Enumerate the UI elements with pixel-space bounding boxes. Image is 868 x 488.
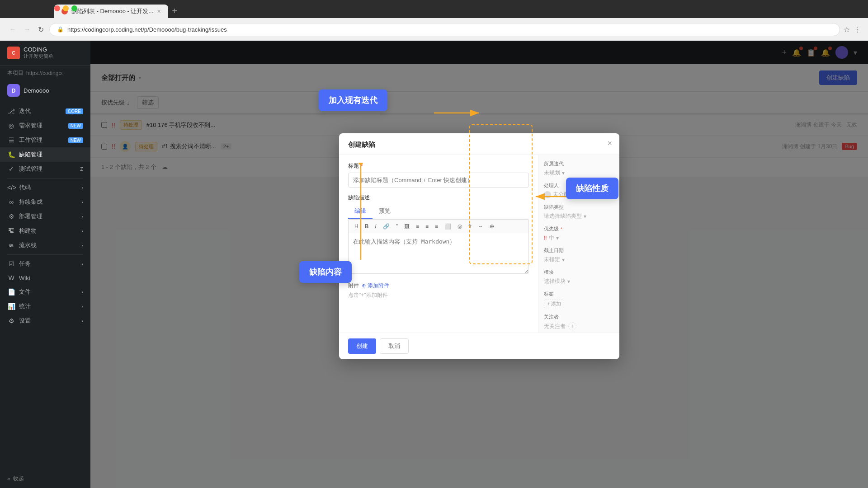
sidebar-item-work[interactable]: ☰ 工作管理 NEW bbox=[0, 133, 90, 147]
iteration-badge: CORE bbox=[66, 108, 83, 114]
desc-form-group: 缺陷描述 编辑 预览 H B I 🔗 bbox=[348, 194, 529, 276]
tool-ul[interactable]: ≡ bbox=[414, 222, 421, 230]
right-followers: 关注者 无关注者 + bbox=[544, 314, 614, 330]
refresh-button[interactable]: ↻ bbox=[36, 23, 46, 36]
tasks-arrow: › bbox=[81, 261, 83, 267]
modal-left-panel: 标题 * 缺陷描述 编辑 预览 bbox=[339, 155, 538, 333]
submit-button[interactable]: 创建 bbox=[348, 338, 376, 354]
title-form-group: 标题 * bbox=[348, 162, 529, 188]
sidebar-item-deploy[interactable]: ⚙ 部署管理 › bbox=[0, 209, 90, 224]
editor-toolbar: H B I 🔗 " 🖼 ≡ ≡ ≡ ⬜ ◎ bbox=[348, 219, 529, 233]
sidebar-item-settings[interactable]: ⚙ 设置 › bbox=[0, 314, 90, 328]
minimize-traffic-light[interactable] bbox=[63, 5, 69, 11]
nav-divider-1 bbox=[7, 178, 83, 178]
bugtype-arrow: ▾ bbox=[584, 213, 586, 220]
modal-footer: 创建 取消 bbox=[339, 333, 619, 359]
tab-close-button[interactable]: ✕ bbox=[157, 9, 161, 14]
sidebar-item-iteration[interactable]: ⎇ 迭代 CORE bbox=[0, 104, 90, 118]
iteration-value[interactable]: 未规划 ▾ bbox=[544, 169, 614, 177]
arrow-1 bbox=[434, 104, 488, 122]
tab-edit[interactable]: 编辑 bbox=[348, 204, 373, 219]
work-icon: ☰ bbox=[7, 136, 15, 144]
close-traffic-light[interactable] bbox=[54, 5, 60, 11]
description-editor[interactable] bbox=[348, 233, 529, 274]
handler-value[interactable]: 未分配 ▾ bbox=[544, 191, 614, 198]
add-follower-button[interactable]: + bbox=[568, 322, 576, 330]
tool-ol[interactable]: ≡ bbox=[423, 222, 431, 230]
modal-body: 标题 * 缺陷描述 编辑 预览 bbox=[339, 155, 619, 333]
menu-button[interactable]: ⋮ bbox=[854, 25, 861, 34]
traffic-lights bbox=[54, 5, 77, 11]
handler-arrow: ▾ bbox=[571, 192, 574, 198]
address-bar[interactable]: 🔒 https://codingcorp.coding.net/p/Demooo… bbox=[49, 23, 840, 36]
sidebar-item-tasks[interactable]: ☑ 任务 › bbox=[0, 257, 90, 271]
sidebar-item-stats[interactable]: 📊 统计 › bbox=[0, 299, 90, 314]
priority-value[interactable]: !! 中 ▾ bbox=[544, 234, 614, 242]
sidebar-item-requirements[interactable]: ◎ 需求管理 NEW bbox=[0, 118, 90, 133]
tool-code[interactable]: ⬜ bbox=[442, 222, 453, 230]
right-priority: 优先级 * !! 中 ▾ bbox=[544, 225, 614, 242]
module-value[interactable]: 选择模块 ▾ bbox=[544, 277, 614, 285]
sidebar-item-test[interactable]: ✓ 测试管理 Z bbox=[0, 162, 90, 176]
deadline-value[interactable]: 未指定 ▾ bbox=[544, 256, 614, 263]
module-label: 模块 bbox=[544, 269, 614, 276]
attachment-label: 附件 ⊕ 添加附件 bbox=[348, 282, 529, 290]
followers-value: 无关注者 bbox=[544, 323, 566, 330]
title-input[interactable] bbox=[348, 173, 529, 188]
tool-bold[interactable]: B bbox=[363, 222, 371, 230]
sidebar-title: CODING bbox=[24, 46, 53, 53]
sidebar: C CODING 让开发更简单 本项目 D Demoooo ⎇ 迭代 CORE … bbox=[0, 41, 90, 488]
sidebar-item-artifact[interactable]: 🏗 构建物 › bbox=[0, 224, 90, 238]
collapse-button[interactable]: « 收起 bbox=[7, 475, 83, 483]
code-arrow: › bbox=[81, 185, 83, 190]
project-search-input[interactable] bbox=[26, 70, 62, 76]
cancel-button[interactable]: 取消 bbox=[380, 338, 409, 354]
sidebar-nav: ⎇ 迭代 CORE ◎ 需求管理 NEW ☰ 工作管理 NEW 🐛 缺陷管理 ✓… bbox=[0, 100, 90, 469]
sidebar-project: 本项目 bbox=[0, 66, 90, 80]
tag-add-button[interactable]: + 添加 bbox=[544, 300, 564, 308]
forward-button[interactable]: → bbox=[22, 23, 33, 35]
desc-label: 缺陷描述 bbox=[348, 194, 529, 202]
files-icon: 📄 bbox=[7, 288, 15, 296]
sidebar-item-files[interactable]: 📄 文件 › bbox=[0, 285, 90, 299]
editor-tabs: 编辑 预览 bbox=[348, 204, 529, 219]
sidebar-label-code: 代码 bbox=[19, 183, 31, 192]
sidebar-header: C CODING 让开发更简单 bbox=[0, 41, 90, 66]
test-icon: ✓ bbox=[7, 165, 15, 173]
bugs-icon: 🐛 bbox=[7, 151, 15, 158]
sidebar-brand: CODING 让开发更简单 bbox=[24, 46, 53, 60]
back-button[interactable]: ← bbox=[7, 23, 18, 35]
tool-fullscreen[interactable]: ↔ bbox=[476, 222, 486, 230]
pipeline-arrow: › bbox=[81, 243, 83, 248]
sidebar-item-code[interactable]: </> 代码 › bbox=[0, 180, 90, 195]
coding-logo: C bbox=[7, 47, 20, 59]
sidebar-label-requirements: 需求管理 bbox=[19, 122, 42, 130]
sidebar-item-wiki[interactable]: W Wiki bbox=[0, 271, 90, 285]
tool-link[interactable]: 🔗 bbox=[381, 222, 392, 230]
requirements-icon: ◎ bbox=[7, 122, 15, 129]
tab-preview[interactable]: 预览 bbox=[373, 204, 397, 219]
tool-codeblock[interactable]: ◎ bbox=[455, 222, 464, 230]
right-handler: 处理人 未分配 ▾ bbox=[544, 182, 614, 198]
modal-close-button[interactable]: × bbox=[607, 139, 612, 148]
maximize-traffic-light[interactable] bbox=[71, 5, 77, 11]
tool-more[interactable]: ⊕ bbox=[487, 222, 496, 230]
sidebar-footer[interactable]: « 收起 bbox=[0, 469, 90, 488]
settings-arrow: › bbox=[81, 318, 83, 324]
sidebar-item-pipeline[interactable]: ≋ 流水线 › bbox=[0, 238, 90, 253]
tool-h[interactable]: H bbox=[352, 222, 361, 230]
app-container: C CODING 让开发更简单 本项目 D Demoooo ⎇ 迭代 CORE … bbox=[0, 41, 868, 488]
sidebar-item-ci[interactable]: ∞ 持续集成 › bbox=[0, 195, 90, 209]
add-attachment-button[interactable]: ⊕ 添加附件 bbox=[362, 282, 389, 290]
new-tab-button[interactable]: + bbox=[168, 6, 181, 16]
tool-italic[interactable]: I bbox=[373, 222, 378, 230]
tool-image[interactable]: 🖼 bbox=[402, 222, 412, 230]
tool-checklist[interactable]: ≡ bbox=[433, 222, 440, 230]
bookmark-button[interactable]: ☆ bbox=[844, 25, 850, 34]
tool-hash[interactable]: # bbox=[466, 222, 474, 230]
bugtype-value[interactable]: 请选择缺陷类型 ▾ bbox=[544, 212, 614, 220]
sidebar-label-deploy: 部署管理 bbox=[19, 212, 42, 221]
modal-overlay[interactable]: × 创建缺陷 标题 * bbox=[90, 41, 868, 488]
tool-quote[interactable]: " bbox=[394, 222, 400, 230]
sidebar-item-bugs[interactable]: 🐛 缺陷管理 bbox=[0, 147, 90, 162]
